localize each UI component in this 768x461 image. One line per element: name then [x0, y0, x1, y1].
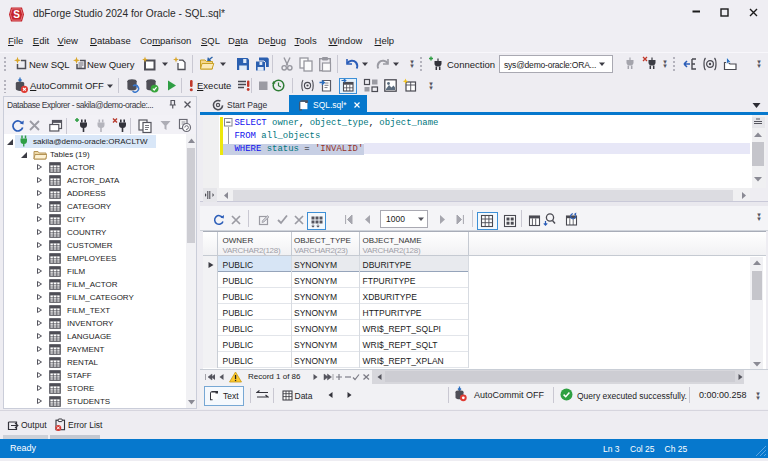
svg-text:S: S — [13, 9, 20, 20]
